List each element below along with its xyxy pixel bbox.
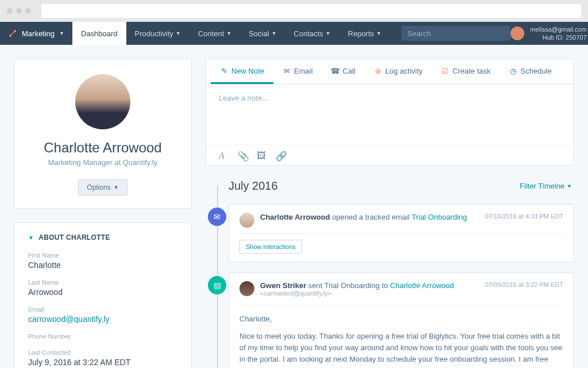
brand-area[interactable]: Marketing ▼ — [0, 29, 72, 38]
tab-log-activity[interactable]: ⊕ Log activity — [365, 59, 432, 84]
tab-create-task[interactable]: ☑ Create task — [432, 59, 500, 84]
field-last-contacted[interactable]: Last Contacted July 9, 2016 at 3:22 AM E… — [28, 349, 177, 367]
nav-dashboard[interactable]: Dashboard — [72, 22, 126, 45]
brand-label: Marketing — [22, 29, 55, 38]
field-last-name[interactable]: Last Name Arrowood — [28, 279, 177, 297]
about-card: ▼ ABOUT CHARLOTTE First Name Charlotte L… — [14, 223, 192, 368]
contact-avatar — [75, 74, 130, 129]
user-info: melissa@gmail.com Hub ID: 250707 — [530, 25, 587, 42]
tab-call-label: Call — [343, 67, 355, 75]
nav-content[interactable]: Content▼ — [189, 22, 240, 45]
image-icon[interactable]: 🖼 — [257, 151, 265, 159]
envelope-icon: ✉ — [283, 67, 291, 75]
last-name-label: Last Name — [28, 279, 177, 286]
filter-timeline-button[interactable]: Filter Timelne ▼ — [520, 182, 572, 190]
nav-social-label: Social — [249, 29, 269, 38]
chevron-down-icon: ▼ — [176, 30, 181, 36]
link-icon[interactable]: 🔗 — [276, 151, 284, 159]
clock-icon: ◷ — [509, 67, 517, 75]
options-button[interactable]: Options ▼ — [78, 179, 127, 195]
pencil-icon: ✎ — [220, 67, 228, 75]
last-contacted-value: July 9, 2016 at 3:22 AM EDT — [28, 358, 177, 367]
url-bar[interactable] — [41, 4, 581, 18]
check-icon: ☑ — [441, 67, 449, 75]
event-card: Charlotte Arrowood opened a tracked emai… — [229, 204, 574, 262]
timeline-event-sent: ▤ Gwen Striker sent Trial Onboarding to … — [229, 273, 574, 368]
event-body-text: Nice to meet you today. Thanks for openi… — [239, 331, 563, 365]
first-name-label: First Name — [28, 252, 177, 259]
contact-name: Charlotte Arrowood — [44, 140, 161, 156]
user-menu[interactable]: melissa@gmail.com Hub ID: 250707 — [510, 25, 588, 42]
event-description: Charlotte Arrowood opened a tracked emai… — [260, 213, 479, 221]
tab-call[interactable]: ☎ Call — [322, 59, 365, 84]
event-subject-link[interactable]: Trial Onboarding — [412, 213, 467, 221]
actor-avatar — [239, 213, 254, 228]
about-header[interactable]: ▼ ABOUT CHARLOTTE — [28, 233, 177, 241]
timeline-header: July 2016 Filter Timelne ▼ — [229, 179, 574, 193]
nav-dashboard-label: Dashboard — [81, 29, 118, 38]
chevron-down-icon: ▼ — [226, 30, 231, 36]
tab-create-task-label: Create task — [452, 67, 490, 75]
chevron-down-icon: ▼ — [114, 185, 119, 190]
timeline-month: July 2016 — [229, 179, 278, 193]
phone-icon: ☎ — [331, 67, 339, 75]
nav-productivity[interactable]: Productivity▼ — [126, 22, 189, 45]
tab-email-label: Email — [294, 67, 313, 75]
user-email: melissa@gmail.com — [530, 25, 587, 33]
contact-title: Marketing Manager at Quantify.ly — [48, 158, 158, 167]
window-zoom-dot[interactable] — [25, 8, 31, 14]
plus-circle-icon: ⊕ — [374, 67, 382, 75]
window-close-dot[interactable] — [7, 8, 13, 14]
activity-panel: ✎ New Note ✉ Email ☎ Call ⊕ Log activity… — [206, 59, 574, 166]
tab-new-note[interactable]: ✎ New Note — [211, 59, 273, 84]
nav-productivity-label: Productivity — [135, 29, 173, 38]
event-body-greeting: Charlotte, — [239, 313, 563, 325]
nav-contacts[interactable]: Contacts▼ — [285, 22, 339, 45]
nav-reports-label: Reports — [348, 29, 374, 38]
about-heading: ABOUT CHARLOTTE — [38, 233, 110, 241]
note-placeholder: Leave a note... — [219, 94, 268, 102]
email-label: Email — [28, 306, 177, 313]
event-description: Gwen Striker sent Trial Onboarding to Ch… — [260, 281, 479, 297]
global-search[interactable] — [401, 26, 510, 41]
chevron-down-icon: ▼ — [567, 183, 572, 189]
last-contacted-label: Last Contacted — [28, 349, 177, 356]
filter-timeline-label: Filter Timelne — [520, 182, 564, 190]
note-input[interactable]: Leave a note... — [206, 85, 574, 144]
show-interactions-button[interactable]: Show interactions — [239, 240, 302, 254]
email-open-badge-icon: ✉ — [208, 208, 226, 226]
hubspot-logo-icon — [8, 29, 17, 38]
event-body: Charlotte, Nice to meet you today. Thank… — [239, 305, 563, 366]
field-first-name[interactable]: First Name Charlotte — [28, 252, 177, 270]
search-input[interactable] — [401, 26, 510, 41]
event-verb: opened a tracked email — [330, 213, 412, 221]
user-hub-id: Hub ID: 250707 — [530, 33, 587, 41]
event-actor: Charlotte Arrowood — [260, 213, 330, 221]
attachment-icon[interactable]: 📎 — [238, 151, 246, 159]
email-sent-badge-icon: ▤ — [208, 276, 226, 294]
nav-social[interactable]: Social▼ — [240, 22, 285, 45]
first-name-value: Charlotte — [28, 260, 177, 270]
text-format-icon[interactable]: A — [219, 151, 227, 159]
tab-schedule[interactable]: ◷ Schedule — [500, 59, 561, 84]
tab-log-activity-label: Log activity — [385, 67, 423, 75]
browser-chrome — [0, 0, 588, 22]
email-value: carrowood@quantify.ly — [28, 315, 177, 324]
phone-label: Phone Number — [28, 333, 177, 340]
activity-tabs: ✎ New Note ✉ Email ☎ Call ⊕ Log activity… — [206, 59, 574, 85]
caret-down-icon: ▼ — [28, 235, 34, 241]
event-target-link[interactable]: Charlotte Arrowood — [390, 281, 454, 290]
workspace: Charlotte Arrowood Marketing Manager at … — [0, 45, 588, 368]
left-column: Charlotte Arrowood Marketing Manager at … — [14, 59, 192, 354]
nav-reports[interactable]: Reports▼ — [339, 22, 390, 45]
event-recipient-address: <carrowood@quantify.ly> — [260, 290, 479, 297]
event-timestamp: 07/10/2016 at 4:33 PM EDT — [485, 213, 563, 220]
window-minimize-dot[interactable] — [16, 8, 22, 14]
field-phone[interactable]: Phone Number — [28, 333, 177, 340]
nav-content-label: Content — [198, 29, 225, 38]
tab-email[interactable]: ✉ Email — [273, 59, 322, 84]
chevron-down-icon: ▼ — [326, 30, 331, 36]
field-email[interactable]: Email carrowood@quantify.ly — [28, 306, 177, 324]
chevron-down-icon: ▼ — [59, 30, 64, 36]
event-actor: Gwen Striker — [260, 281, 306, 290]
